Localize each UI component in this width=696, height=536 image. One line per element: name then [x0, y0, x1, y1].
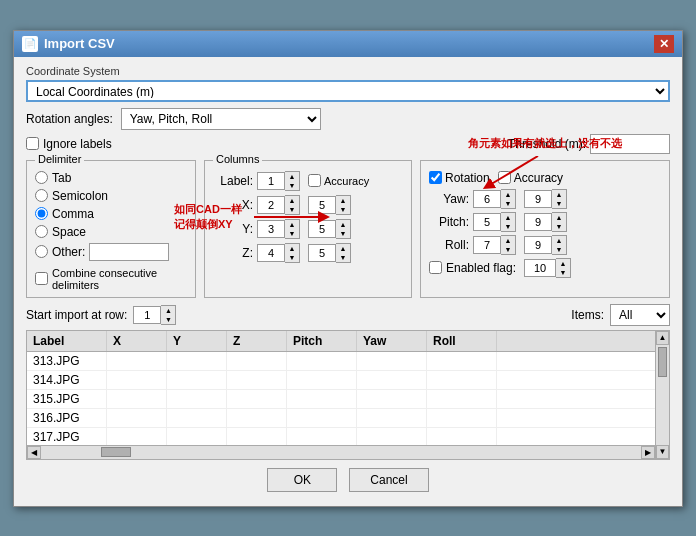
enabled-input[interactable] [524, 259, 556, 277]
delimiter-group: Delimiter Tab Semicolon Comma [26, 160, 196, 298]
other-radio[interactable] [35, 245, 48, 258]
x-col-down[interactable]: ▼ [285, 205, 299, 214]
hscroll-right-arrow[interactable]: ▶ [641, 446, 655, 459]
pitch-spin2-down[interactable]: ▼ [552, 222, 566, 231]
z-spinbox: ▲ ▼ [257, 243, 300, 263]
comma-radio-item[interactable]: Comma [35, 207, 187, 221]
x-spinbox: ▲ ▼ [257, 195, 300, 215]
angle-accuracy-checkbox[interactable] [498, 171, 511, 184]
table-header: Label X Y Z Pitch Yaw Roll [27, 331, 669, 352]
y-col-input[interactable] [257, 220, 285, 238]
start-import-down[interactable]: ▼ [161, 315, 175, 324]
cancel-button[interactable]: Cancel [349, 468, 428, 492]
start-import-input[interactable] [133, 306, 161, 324]
space-radio[interactable] [35, 225, 48, 238]
space-label: Space [52, 225, 86, 239]
roll-up[interactable]: ▲ [501, 236, 515, 245]
roll-spin2-down[interactable]: ▼ [552, 245, 566, 254]
z-spin2-input[interactable] [308, 244, 336, 262]
dialog-icon: 📄 [22, 36, 38, 52]
yaw-spin2: ▲ ▼ [524, 189, 567, 209]
yaw-input[interactable] [473, 190, 501, 208]
pitch-label: Pitch: [429, 215, 469, 229]
x-col-input[interactable] [257, 196, 285, 214]
z-spin2-down[interactable]: ▼ [336, 253, 350, 262]
threshold-input[interactable]: 0.1 [590, 134, 670, 154]
label-col-input[interactable] [257, 172, 285, 190]
enabled-down[interactable]: ▼ [556, 268, 570, 277]
scroll-up-arrow[interactable]: ▲ [656, 331, 669, 345]
items-dropdown[interactable]: All [610, 304, 670, 326]
start-import-up[interactable]: ▲ [161, 306, 175, 315]
space-radio-item[interactable]: Space [35, 225, 187, 239]
col-label-header: Label [27, 331, 107, 351]
z-col-down[interactable]: ▼ [285, 253, 299, 262]
comma-radio[interactable] [35, 207, 48, 220]
z-col-input[interactable] [257, 244, 285, 262]
scroll-thumb[interactable] [658, 347, 667, 377]
pitch-up[interactable]: ▲ [501, 213, 515, 222]
x-spin2-input[interactable] [308, 196, 336, 214]
roll-input[interactable] [473, 236, 501, 254]
button-row: OK Cancel [26, 468, 670, 498]
y-spin2-input[interactable] [308, 220, 336, 238]
enabled-flag-checkbox[interactable] [429, 261, 442, 274]
scroll-down-arrow[interactable]: ▼ [656, 445, 669, 459]
semicolon-radio-item[interactable]: Semicolon [35, 189, 187, 203]
y-spin2-down[interactable]: ▼ [336, 229, 350, 238]
z-col-up[interactable]: ▲ [285, 244, 299, 253]
y-col-up[interactable]: ▲ [285, 220, 299, 229]
y-spinbox: ▲ ▼ [257, 219, 300, 239]
roll-down[interactable]: ▼ [501, 245, 515, 254]
other-radio-item[interactable]: Other: [35, 243, 187, 261]
y-col-down[interactable]: ▼ [285, 229, 299, 238]
rotation-angles-dropdown[interactable]: Yaw, Pitch, Roll [121, 108, 321, 130]
yaw-down[interactable]: ▼ [501, 199, 515, 208]
pitch-input[interactable] [473, 213, 501, 231]
x-spin2-up[interactable]: ▲ [336, 196, 350, 205]
tab-radio[interactable] [35, 171, 48, 184]
horizontal-scrollbar[interactable]: ◀ ▶ [27, 445, 655, 459]
vertical-scrollbar[interactable]: ▲ ▼ [655, 331, 669, 459]
hscroll-left-arrow[interactable]: ◀ [27, 446, 41, 459]
pitch-row: Pitch: ▲ ▼ ▲ ▼ [429, 212, 661, 232]
combine-checkbox[interactable] [35, 272, 48, 285]
yaw-spin2-up[interactable]: ▲ [552, 190, 566, 199]
y-spin2-up[interactable]: ▲ [336, 220, 350, 229]
row1-label: 313.JPG [27, 352, 107, 370]
pitch-spin2-up[interactable]: ▲ [552, 213, 566, 222]
dialog-title: Import CSV [44, 36, 115, 51]
ignore-labels-text: Ignore labels [43, 137, 112, 151]
enabled-up[interactable]: ▲ [556, 259, 570, 268]
label-col-down[interactable]: ▼ [285, 181, 299, 190]
threshold-label: Threshold (m): [508, 137, 586, 151]
x-spin2: ▲ ▼ [308, 195, 351, 215]
ignore-labels-checkbox[interactable] [26, 137, 39, 150]
ok-button[interactable]: OK [267, 468, 337, 492]
rotation-checkbox[interactable] [429, 171, 442, 184]
row2-label: 314.JPG [27, 371, 107, 389]
other-delimiter-input[interactable] [89, 243, 169, 261]
roll-spin2-input[interactable] [524, 236, 552, 254]
combine-row: Combine consecutive delimiters [35, 267, 187, 291]
x-col-up[interactable]: ▲ [285, 196, 299, 205]
tab-radio-item[interactable]: Tab [35, 171, 187, 185]
hscroll-thumb[interactable] [101, 447, 131, 457]
semicolon-radio[interactable] [35, 189, 48, 202]
table-row: 314.JPG [27, 371, 669, 390]
pitch-spin2-input[interactable] [524, 213, 552, 231]
yaw-spin2-input[interactable] [524, 190, 552, 208]
z-spin2-up[interactable]: ▲ [336, 244, 350, 253]
roll-spin2-up[interactable]: ▲ [552, 236, 566, 245]
x-spin2-down[interactable]: ▼ [336, 205, 350, 214]
coordinate-system-dropdown[interactable]: Local Coordinates (m) [26, 80, 670, 102]
close-button[interactable]: ✕ [654, 35, 674, 53]
titlebar: 📄 Import CSV ✕ [14, 31, 682, 57]
pitch-down[interactable]: ▼ [501, 222, 515, 231]
label-accuracy-checkbox[interactable] [308, 174, 321, 187]
label-col-up[interactable]: ▲ [285, 172, 299, 181]
columns-group: Columns Label: ▲ ▼ Accuracy [204, 160, 412, 298]
label-accuracy-text: Accuracy [324, 175, 369, 187]
yaw-spin2-down[interactable]: ▼ [552, 199, 566, 208]
yaw-up[interactable]: ▲ [501, 190, 515, 199]
